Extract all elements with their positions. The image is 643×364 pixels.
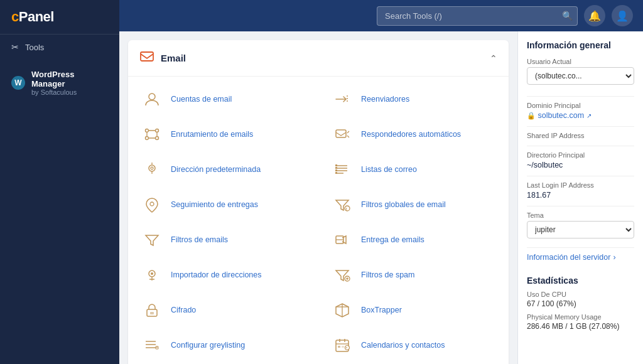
filtros-spam-icon xyxy=(331,264,354,286)
tool-reenviadores[interactable]: Reenviadores xyxy=(318,82,509,117)
tool-cuentas-email[interactable]: Cuentas de email xyxy=(128,82,318,117)
wordpress-manager-label: WordPress Manager xyxy=(31,70,108,88)
tool-entrega[interactable]: Entrega de emails xyxy=(318,222,509,257)
reenviadores-label: Reenviadores xyxy=(361,95,409,104)
divider-1 xyxy=(527,96,634,97)
svg-point-8 xyxy=(151,167,153,169)
seguimiento-icon xyxy=(141,193,163,216)
search-input[interactable] xyxy=(377,6,578,26)
svg-rect-0 xyxy=(141,52,153,61)
content-area: Email ⌃ Cuentas de email xyxy=(119,31,643,364)
server-info-link[interactable]: Información del servidor › xyxy=(527,247,634,267)
sidebar-wp-text: WordPress Manager by Softaculous xyxy=(31,70,108,96)
sidebar-item-wordpress[interactable]: W WordPress Manager by Softaculous xyxy=(0,62,119,104)
filtros-globales-icon: ! xyxy=(331,193,354,216)
filtros-spam-label: Filtros de spam xyxy=(361,270,414,279)
svg-rect-13 xyxy=(335,164,337,166)
email-section-chevron: ⌃ xyxy=(490,53,497,63)
sidebar-tools-label: Tools xyxy=(25,43,44,52)
email-section-title: Email xyxy=(161,53,186,63)
svg-rect-40 xyxy=(338,346,340,348)
shared-ip-label: Shared IP Address xyxy=(527,132,634,139)
tool-greylisting[interactable]: Configurar greylisting xyxy=(128,328,318,363)
tool-filtros-emails[interactable]: Filtros de emails xyxy=(128,222,318,257)
notifications-button[interactable]: 🔔 xyxy=(584,5,605,26)
last-login-label: Last Login IP Address xyxy=(527,181,634,189)
respondedores-label: Respondedores automáticos xyxy=(361,130,461,139)
directorio-label: Directorio Principal xyxy=(527,151,634,159)
divider-2 xyxy=(527,126,634,127)
tool-cifrado[interactable]: Cifrado xyxy=(128,292,318,328)
usuario-actual-select[interactable]: (solbutec.co... xyxy=(527,67,634,85)
cifrado-label: Cifrado xyxy=(171,306,196,314)
svg-point-17 xyxy=(150,202,154,206)
last-login-value: 181.67 xyxy=(527,191,634,200)
direccion-icon xyxy=(141,158,163,181)
tool-boxtrapper[interactable]: BoxTrapper xyxy=(318,292,509,328)
svg-text:!: ! xyxy=(346,207,347,211)
email-section-header[interactable]: Email ⌃ xyxy=(128,40,509,77)
svg-point-4 xyxy=(146,137,149,140)
filtros-globales-label: Filtros globales de email xyxy=(361,200,446,209)
listas-label: Listas de correo xyxy=(361,165,417,174)
entrega-icon xyxy=(331,228,354,251)
usuario-actual-label: Usuario Actual xyxy=(527,58,634,65)
cuentas-email-label: Cuentas de email xyxy=(171,95,232,104)
svg-rect-15 xyxy=(335,169,337,171)
email-section-header-left: Email xyxy=(139,49,186,67)
svg-rect-41 xyxy=(342,346,344,348)
cpu-value: 67 / 100 (67%) xyxy=(527,299,634,308)
filtros-emails-label: Filtros de emails xyxy=(171,235,228,244)
user-menu-button[interactable]: 👤 xyxy=(612,5,633,26)
tool-importador[interactable]: Importador de direcciones xyxy=(128,257,318,292)
tool-calendarios[interactable]: * Calendarios y contactos xyxy=(318,328,509,363)
dominio-principal-label: Dominio Principal xyxy=(527,102,634,109)
wordpress-icon: W xyxy=(11,76,25,90)
memory-value: 286.46 MB / 1 GB (27.08%) xyxy=(527,322,634,331)
svg-point-5 xyxy=(156,137,159,140)
divider-5 xyxy=(527,206,634,206)
reenviadores-icon xyxy=(331,88,354,110)
dominio-principal-value: 🔒 solbutec.com ↗ xyxy=(527,111,634,120)
header: 🔍 🔔 👤 xyxy=(119,0,643,31)
svg-point-23 xyxy=(151,272,153,275)
svg-point-1 xyxy=(149,94,155,100)
tool-listas[interactable]: Listas de correo xyxy=(318,152,509,187)
chevron-right-icon: › xyxy=(613,253,615,262)
tema-label: Tema xyxy=(527,211,634,219)
tool-respondedores[interactable]: Respondedores automáticos xyxy=(318,117,509,152)
svg-rect-14 xyxy=(335,167,337,169)
main-area: 🔍 🔔 👤 Email xyxy=(119,0,643,364)
svg-rect-16 xyxy=(335,172,337,174)
dominio-link[interactable]: solbutec.com xyxy=(538,111,584,120)
cpu-label: Uso De CPU xyxy=(527,291,634,298)
email-section: Email ⌃ Cuentas de email xyxy=(128,40,509,364)
tool-direccion[interactable]: Dirección predeterminada xyxy=(128,152,318,187)
listas-icon xyxy=(331,158,354,181)
boxtrapper-icon xyxy=(331,299,354,321)
stats-title: Estadísticas xyxy=(527,276,634,286)
enrutamiento-label: Enrutamiento de emails xyxy=(171,130,253,139)
sidebar-item-tools[interactable]: ✂ Tools xyxy=(0,35,119,60)
boxtrapper-label: BoxTrapper xyxy=(361,306,402,314)
sidebar: cPanel ✂ Tools W WordPress Manager by So… xyxy=(0,0,119,364)
tool-filtros-globales[interactable]: ! Filtros globales de email xyxy=(318,187,509,222)
tool-filtros-spam[interactable]: Filtros de spam xyxy=(318,257,509,292)
enrutamiento-icon xyxy=(141,123,163,146)
directorio-value: ~/solbutec xyxy=(527,161,634,169)
respondedores-icon xyxy=(331,123,354,146)
cifrado-icon xyxy=(141,299,163,321)
sidebar-logo: cPanel xyxy=(0,0,119,35)
tool-enrutamiento[interactable]: Enrutamiento de emails xyxy=(128,117,318,152)
tema-select[interactable]: jupiter xyxy=(527,221,634,238)
right-panel: Información general Usuario Actual (solb… xyxy=(517,31,643,364)
svg-point-2 xyxy=(146,129,149,132)
external-link-icon: ↗ xyxy=(586,112,592,119)
tool-seguimiento[interactable]: Seguimiento de entregas xyxy=(128,187,318,222)
direccion-label: Dirección predeterminada xyxy=(171,165,261,174)
tools-icon: ✂ xyxy=(11,42,19,52)
greylisting-label: Configurar greylisting xyxy=(171,341,245,350)
greylisting-icon xyxy=(141,334,163,356)
search-bar-container: 🔍 xyxy=(377,6,578,26)
svg-rect-28 xyxy=(150,312,154,314)
